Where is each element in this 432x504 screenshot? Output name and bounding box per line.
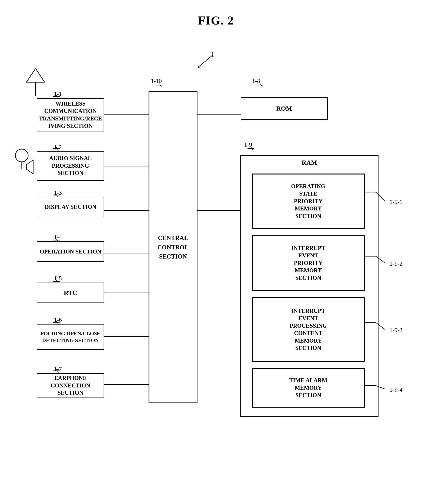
- wireless-label: 1-1: [54, 90, 62, 97]
- s2-box: INTERRUPTEVENTPRIORITYMEMORYSECTION: [252, 236, 364, 291]
- svg-line-4: [26, 68, 36, 82]
- s1-label: 1-9-1: [390, 198, 403, 205]
- display-box: DISPLAY SECTION: [37, 197, 104, 217]
- audio-label: 1-2: [54, 144, 62, 151]
- svg-point-6: [15, 149, 28, 162]
- s4-label: 1-9-4: [390, 386, 403, 393]
- s4-box: TIME ALARMMEMORYSECTION: [252, 369, 364, 407]
- rom-label-ref: 1-8: [252, 78, 260, 84]
- svg-line-31: [376, 386, 385, 389]
- folding-box: FOLDING OPEN/CLOSEDETECTING SECTION: [37, 324, 104, 350]
- s1-box: OPERATINGSTATEPRIORITYMEMORYSECTION: [252, 174, 364, 229]
- svg-line-29: [376, 323, 385, 330]
- ram-label-ref: 1-9: [244, 141, 252, 148]
- svg-line-25: [376, 192, 385, 201]
- svg-line-49: [260, 84, 262, 87]
- ram-title: RAM: [241, 159, 378, 166]
- svg-line-5: [36, 68, 45, 82]
- central-label-ref: 1-10: [151, 78, 162, 84]
- s2-label: 1-9-2: [390, 260, 403, 267]
- operation-label: 1-4: [54, 234, 62, 241]
- operation-box: OPERATION SECTION: [37, 241, 104, 262]
- earphone-label: 1-7: [54, 366, 62, 373]
- earphone-box: EARPHONECONNECTION SECTION: [37, 373, 104, 398]
- svg-line-27: [376, 256, 385, 263]
- s3-label: 1-9-3: [390, 327, 403, 334]
- central-text: CENTRALCONTROLSECTION: [150, 233, 196, 261]
- rtc-box: RTC: [37, 283, 104, 303]
- rom-box: ROM: [241, 97, 328, 120]
- rtc-label: 1-5: [54, 275, 62, 282]
- wireless-box: WIRELESSCOMMUNICATIONTRANSMITTING/RECEIV…: [37, 98, 104, 131]
- s3-box: INTERRUPTEVENTPROCESSINGCONTENTMEMORYSEC…: [252, 297, 364, 361]
- svg-marker-8: [26, 160, 33, 174]
- page-title: FIG. 2: [0, 0, 432, 27]
- svg-marker-1: [197, 66, 200, 68]
- audio-box: AUDIO SIGNALPROCESSINGSECTION: [37, 151, 104, 181]
- folding-label: 1-6: [54, 316, 62, 323]
- diagram-label: 1: [211, 50, 214, 59]
- display-label: 1-3: [54, 189, 62, 196]
